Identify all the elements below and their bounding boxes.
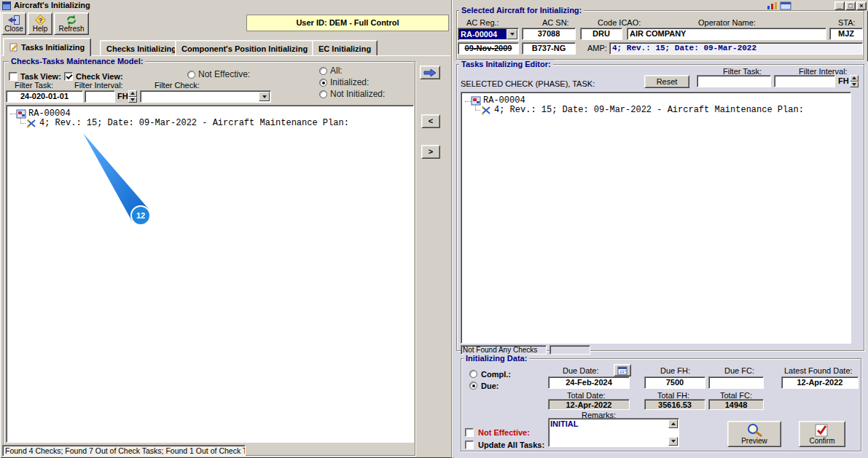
- all-radio[interactable]: [319, 67, 327, 75]
- filter-interval-spinner[interactable]: [128, 90, 137, 103]
- preview-button[interactable]: Preview: [727, 421, 781, 447]
- tree-connector: [20, 123, 26, 124]
- code-icao-label: Code ICAO:: [598, 18, 641, 27]
- panel-divider: [452, 0, 453, 458]
- remarks-textarea[interactable]: INITIAL: [548, 418, 679, 447]
- app-window: Aircraft's Initializing _ □ × Close ? He…: [0, 0, 868, 458]
- minimize-button[interactable]: _: [834, 1, 845, 10]
- tree-node-label: RA-00004: [28, 108, 71, 119]
- filter-check-select[interactable]: [140, 90, 271, 103]
- check-view-checkbox[interactable]: [64, 72, 73, 81]
- editor-tree-node-check[interactable]: RA-00004: [471, 95, 525, 106]
- tree-connector: [465, 101, 471, 102]
- compl-radio[interactable]: [469, 370, 477, 378]
- blue-arrow-icon: [423, 68, 437, 77]
- due-fh-input[interactable]: 7500: [644, 376, 705, 389]
- spin-down-icon[interactable]: [850, 82, 859, 88]
- chart-icon[interactable]: [767, 1, 778, 10]
- close-button[interactable]: Close: [1, 12, 26, 35]
- tree-node-task[interactable]: 4; Rev.: 15; Date: 09-Mar-2022 - Aircraf…: [26, 118, 349, 128]
- filter-task-input[interactable]: 24-020-01-01: [6, 90, 83, 103]
- refresh-button[interactable]: Refresh: [54, 12, 89, 35]
- latest-found-date-value: 12-Apr-2022: [781, 376, 859, 389]
- total-fc-value: 14948: [708, 399, 764, 410]
- close-icon: ×: [859, 2, 863, 9]
- help-button[interactable]: ? Help: [28, 12, 52, 35]
- calendar-button[interactable]: [614, 364, 631, 376]
- dropdown-arrow-icon[interactable]: [259, 92, 270, 101]
- help-button-label: Help: [33, 25, 48, 33]
- svg-text:?: ?: [38, 17, 42, 24]
- transfer-arrow-button[interactable]: [420, 66, 440, 79]
- exit-door-icon: [7, 15, 20, 25]
- ac-reg-combo[interactable]: RA-00004: [458, 28, 519, 41]
- initialized-radio[interactable]: [319, 79, 327, 87]
- task-view-checkbox[interactable]: [9, 72, 17, 81]
- model-status-bar: Found 4 Checks; Found 7 Out of Check Tas…: [2, 445, 246, 457]
- maintenance-model-group-title: Checks-Tasks Maintenance Model:: [9, 57, 145, 66]
- tab-tasks-initializing[interactable]: Tasks Initializing: [3, 38, 91, 56]
- total-fh-value: 35616.53: [644, 399, 705, 410]
- window-layout-icon[interactable]: [780, 1, 791, 10]
- scroll-up-icon[interactable]: [668, 419, 678, 428]
- editor-filter-interval-input[interactable]: [774, 75, 835, 87]
- model-tree[interactable]: [6, 105, 414, 443]
- spin-down-icon[interactable]: [128, 97, 137, 103]
- update-all-tasks-checkbox[interactable]: [465, 441, 474, 449]
- tree-node-check[interactable]: RA-00004: [16, 108, 71, 119]
- tree-node-label: RA-00004: [483, 95, 525, 106]
- filter-interval-input[interactable]: [85, 90, 115, 103]
- due-fh-label: Due FH:: [660, 366, 690, 375]
- editor-interval-spinner[interactable]: [850, 75, 859, 87]
- preview-button-label: Preview: [741, 437, 767, 445]
- reset-button[interactable]: Reset: [644, 75, 689, 88]
- tab-ec-initializing[interactable]: EC Initializing: [312, 40, 378, 56]
- tree-connector: [10, 114, 16, 114]
- minimize-icon: _: [837, 2, 841, 9]
- editor-filter-task-input[interactable]: [697, 75, 771, 87]
- calendar-icon: [617, 366, 627, 375]
- due-radio-label: Due:: [481, 382, 498, 390]
- due-radio[interactable]: [469, 382, 477, 390]
- scroll-down-icon[interactable]: [668, 437, 678, 446]
- tree-connector: [475, 104, 476, 110]
- tree-connector: [20, 117, 21, 123]
- tree-node-label: 4; Rev.: 15; Date: 09-Mar-2022 - Aircraf…: [39, 118, 349, 128]
- not-effective-radio[interactable]: [187, 71, 195, 79]
- not-initialized-radio[interactable]: [319, 90, 327, 98]
- tab-label: Component's Position Initializing: [181, 44, 308, 53]
- tab-label: EC Initializing: [318, 44, 371, 53]
- total-date-value: 12-Apr-2022: [548, 399, 630, 410]
- maximize-button[interactable]: □: [845, 1, 856, 10]
- tab-checks-initializing[interactable]: Checks Initializing: [100, 40, 183, 56]
- not-initialized-radio-label: Not Initialized:: [330, 89, 385, 99]
- sta-label: STA:: [838, 18, 856, 27]
- move-right-button[interactable]: >: [421, 145, 440, 159]
- title-bar: Aircraft's Initializing _ □ ×: [0, 0, 868, 11]
- greater-than-icon: >: [429, 147, 433, 156]
- selected-aircraft-group-title: Selected Aircraft for Initializing:: [459, 6, 584, 15]
- magnifier-icon: [745, 423, 764, 437]
- ac-sn-label: AC SN:: [542, 18, 569, 27]
- due-fc-input[interactable]: [708, 376, 764, 389]
- filter-task-label: Filter Task:: [15, 81, 53, 90]
- move-left-button[interactable]: <: [421, 114, 440, 128]
- app-icon: [2, 1, 11, 10]
- not-effective-checkbox[interactable]: [465, 428, 474, 437]
- tab-components-position-initializing[interactable]: Component's Position Initializing: [175, 40, 314, 56]
- confirm-button[interactable]: Confirm: [799, 421, 845, 447]
- editor-tree-node-task[interactable]: 4; Rev.: 15; Date: 09-Mar-2022 - Aircraf…: [481, 105, 804, 115]
- confirm-button-label: Confirm: [809, 437, 834, 445]
- help-icon: ?: [35, 15, 46, 25]
- due-fc-label: Due FC:: [724, 366, 754, 375]
- due-date-input[interactable]: 24-Feb-2024: [548, 376, 630, 389]
- refresh-button-label: Refresh: [58, 25, 84, 33]
- spin-up-icon[interactable]: [128, 90, 137, 97]
- close-window-button[interactable]: ×: [856, 1, 867, 10]
- editor-tree[interactable]: [461, 92, 851, 344]
- refresh-icon: [66, 15, 77, 25]
- dropdown-arrow-icon[interactable]: [507, 29, 517, 39]
- editor-status-extra: [550, 345, 590, 355]
- spin-up-icon[interactable]: [850, 75, 859, 82]
- remarks-value: INITIAL: [550, 419, 579, 428]
